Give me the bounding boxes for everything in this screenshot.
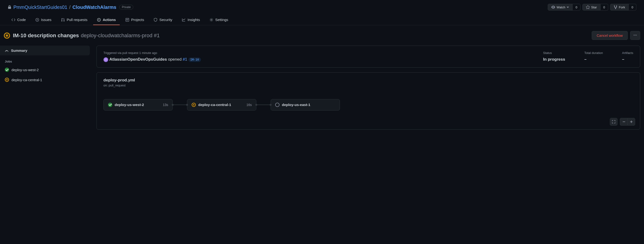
shield-icon — [154, 18, 158, 22]
success-icon — [5, 68, 9, 72]
avatar — [104, 57, 108, 62]
tab-code[interactable]: Code — [8, 15, 30, 25]
fullscreen-icon — [612, 120, 615, 123]
meter-icon — [5, 49, 8, 52]
connector — [256, 105, 271, 105]
visibility-badge: Private — [119, 5, 133, 9]
status-label: Status — [543, 51, 565, 55]
svg-point-4 — [211, 19, 212, 20]
watch-count[interactable]: 0 — [572, 4, 580, 10]
star-icon — [586, 5, 590, 9]
repo-name-link[interactable]: CloudWatchAlarms — [72, 4, 116, 10]
tab-insights[interactable]: Insights — [178, 15, 204, 25]
job-duration: 16s — [246, 103, 252, 107]
duration-value: – — [584, 57, 603, 62]
job-node-deploy-ca-central-1[interactable]: deploy-ca-central-1 16s — [187, 99, 256, 111]
user-link[interactable]: AtlassianOpenDevOpsGuides — [110, 57, 167, 62]
svg-point-7 — [636, 35, 637, 35]
graph-subtitle: on: pull_request — [104, 84, 633, 87]
eye-icon — [551, 5, 555, 9]
tab-security[interactable]: Security — [150, 15, 176, 25]
sidebar-job-deploy-ca-central-1[interactable]: deploy-ca-central-1 — [0, 75, 90, 85]
tab-actions[interactable]: Actions — [93, 15, 120, 25]
fork-button[interactable]: Fork — [610, 4, 629, 10]
job-node-deploy-us-east-1[interactable]: deploy-us-east-1 — [271, 99, 340, 111]
star-button[interactable]: Star — [582, 4, 600, 10]
summary-card: Triggered via pull request 1 minute ago … — [96, 46, 640, 68]
graph-title: deploy-prod.yml — [104, 78, 633, 83]
sidebar: Summary Jobs deploy-us-west-2 deploy-ca-… — [0, 46, 90, 130]
connector — [173, 105, 187, 105]
caret-down-icon — [566, 6, 569, 8]
action-text: opened — [168, 57, 182, 62]
duration-label: Total duration — [584, 51, 603, 55]
tab-pulls[interactable]: Pull requests — [57, 15, 91, 25]
sidebar-job-deploy-us-west-2[interactable]: deploy-us-west-2 — [0, 65, 90, 75]
cancel-workflow-button[interactable]: Cancel workflow — [592, 31, 628, 40]
graph-icon — [182, 18, 186, 22]
fork-icon — [614, 5, 618, 9]
svg-point-6 — [635, 35, 636, 35]
tab-projects[interactable]: Projects — [122, 15, 148, 25]
artifacts-value: – — [622, 57, 633, 62]
issue-icon — [35, 18, 39, 22]
artifacts-label: Artifacts — [622, 51, 633, 55]
success-icon — [108, 103, 112, 107]
project-icon — [126, 18, 129, 22]
play-icon — [97, 18, 101, 22]
progress-icon — [5, 78, 9, 82]
svg-point-1 — [37, 19, 38, 20]
fork-count[interactable]: 0 — [629, 4, 636, 10]
workflow-subtitle: deploy-cloudwatchalarms-prod #1 — [81, 32, 160, 39]
star-count[interactable]: 0 — [600, 4, 608, 10]
repo-owner-link[interactable]: PmmQuickStartGuides01 — [14, 4, 67, 10]
workflow-menu-button[interactable] — [630, 31, 640, 40]
workflow-status-icon — [4, 32, 10, 39]
workflow-graph: deploy-prod.yml on: pull_request deploy-… — [96, 72, 640, 130]
code-icon — [12, 18, 15, 22]
queued-icon — [275, 103, 280, 107]
zoom-out-button[interactable] — [620, 118, 628, 126]
status-value: In progress — [543, 57, 565, 62]
trigger-label: Triggered via pull request 1 minute ago — [104, 51, 524, 55]
lock-icon — [8, 5, 12, 9]
pr-icon — [61, 18, 65, 22]
pr-link[interactable]: #1 — [183, 57, 187, 62]
pr-ref-badge[interactable]: IM-10 — [188, 57, 201, 62]
progress-icon — [192, 103, 196, 107]
fullscreen-button[interactable] — [610, 118, 618, 126]
job-node-deploy-us-west-2[interactable]: deploy-us-west-2 13s — [104, 99, 173, 111]
gear-icon — [210, 18, 213, 22]
svg-point-5 — [634, 35, 634, 35]
repo-nav: Code Issues Pull requests Actions Projec… — [0, 15, 644, 25]
tab-settings[interactable]: Settings — [206, 15, 232, 25]
job-duration: 13s — [163, 103, 168, 107]
sidebar-jobs-label: Jobs — [0, 55, 90, 65]
kebab-icon — [633, 33, 637, 37]
watch-button[interactable]: Watch — [548, 4, 572, 10]
tab-issues[interactable]: Issues — [32, 15, 55, 25]
workflow-title: IM-10 description changes — [13, 32, 79, 39]
zoom-in-button[interactable] — [628, 118, 635, 126]
plus-icon — [630, 120, 633, 123]
sidebar-summary[interactable]: Summary — [0, 46, 90, 55]
minus-icon — [622, 120, 626, 123]
